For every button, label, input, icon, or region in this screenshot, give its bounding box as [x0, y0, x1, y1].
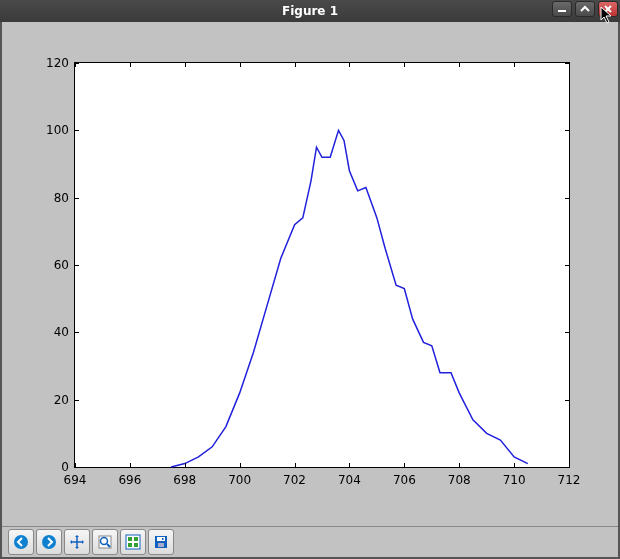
save-icon: [153, 534, 169, 550]
x-tick-label: 694: [64, 473, 87, 487]
forward-button[interactable]: [36, 529, 62, 555]
chart-svg: [75, 63, 569, 467]
minimize-button[interactable]: [552, 1, 572, 17]
plot-outer: 0204060801001206946966987007027047067087…: [12, 42, 588, 506]
svg-rect-14: [134, 543, 138, 547]
svg-rect-11: [128, 537, 132, 541]
back-button[interactable]: [8, 529, 34, 555]
canvas-area[interactable]: 0204060801001206946966987007027047067087…: [2, 22, 618, 526]
maximize-icon: [580, 4, 590, 15]
arrow-left-icon: [13, 534, 29, 550]
x-tick-label: 712: [558, 473, 581, 487]
x-tick-label: 708: [448, 473, 471, 487]
svg-rect-18: [162, 538, 164, 540]
save-button[interactable]: [148, 529, 174, 555]
nav-toolbar: [2, 526, 618, 557]
subplots-button[interactable]: [120, 529, 146, 555]
line-chart: 0204060801001206946966987007027047067087…: [74, 62, 570, 468]
svg-point-4: [42, 535, 56, 549]
y-tick-label: 120: [46, 56, 69, 70]
pan-button[interactable]: [64, 529, 90, 555]
window-controls: [552, 1, 618, 17]
subplots-icon: [125, 534, 141, 550]
move-icon: [69, 534, 85, 550]
y-tick-label: 100: [46, 123, 69, 137]
svg-rect-16: [157, 537, 165, 541]
y-tick-label: 40: [54, 325, 69, 339]
arrow-right-icon: [41, 534, 57, 550]
x-tick-label: 702: [283, 473, 306, 487]
window-title: Figure 1: [0, 4, 620, 18]
figure-window: Figure 1: [0, 0, 620, 559]
y-tick-label: 0: [61, 460, 69, 474]
maximize-button[interactable]: [575, 1, 595, 17]
svg-rect-17: [158, 543, 164, 547]
close-button[interactable]: [598, 1, 618, 17]
close-icon: [603, 4, 613, 15]
zoom-icon: [97, 534, 113, 550]
y-tick-label: 80: [54, 191, 69, 205]
x-tick-label: 710: [503, 473, 526, 487]
x-tick-label: 704: [338, 473, 361, 487]
minimize-icon: [557, 4, 567, 15]
titlebar[interactable]: Figure 1: [0, 0, 620, 22]
y-tick-label: 60: [54, 258, 69, 272]
x-tick-label: 706: [393, 473, 416, 487]
x-tick-label: 696: [118, 473, 141, 487]
zoom-button[interactable]: [92, 529, 118, 555]
svg-rect-12: [134, 537, 138, 541]
svg-rect-13: [128, 543, 132, 547]
x-tick-label: 700: [228, 473, 251, 487]
x-tick-label: 698: [173, 473, 196, 487]
svg-point-3: [14, 535, 28, 549]
client-area: 0204060801001206946966987007027047067087…: [0, 22, 620, 559]
y-tick-label: 20: [54, 393, 69, 407]
series-line: [171, 130, 528, 467]
